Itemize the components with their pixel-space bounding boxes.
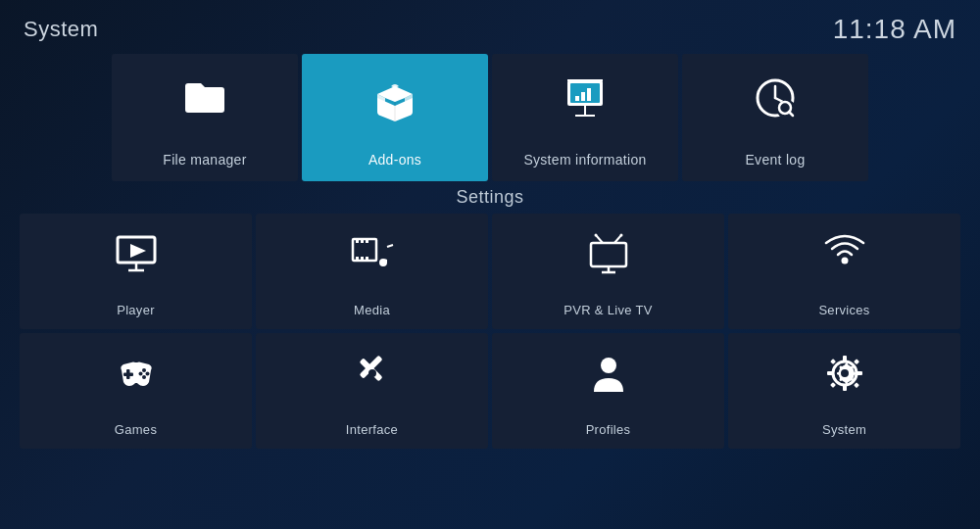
player-icon (114, 214, 159, 294)
settings-section: Settings Player (20, 187, 960, 449)
tile-interface[interactable]: Interface (256, 333, 488, 449)
tile-system[interactable]: System (728, 333, 960, 449)
svg-point-32 (594, 234, 597, 237)
svg-rect-3 (575, 96, 579, 101)
tile-player-label: Player (117, 303, 155, 317)
tile-file-manager[interactable]: File manager (112, 54, 298, 181)
system-icon (822, 333, 867, 413)
tile-interface-label: Interface (346, 422, 398, 437)
svg-point-34 (841, 258, 848, 264)
svg-point-40 (142, 375, 146, 379)
svg-line-11 (775, 98, 783, 102)
svg-rect-22 (366, 239, 368, 243)
tile-profiles[interactable]: Profiles (492, 333, 724, 449)
svg-rect-27 (591, 243, 626, 266)
tile-media[interactable]: Media (256, 214, 488, 329)
svg-point-39 (138, 372, 142, 376)
tile-file-manager-label: File manager (163, 152, 246, 168)
svg-rect-52 (854, 359, 859, 364)
svg-rect-5 (587, 88, 591, 101)
svg-point-37 (142, 368, 146, 372)
tile-services[interactable]: Services (728, 214, 960, 329)
tile-system-information-label: System information (523, 152, 646, 168)
svg-rect-36 (123, 373, 133, 377)
svg-rect-25 (366, 257, 368, 261)
clock: 11:18 AM (833, 14, 956, 45)
tile-player[interactable]: Player (20, 214, 252, 329)
main-content: File manager A (0, 54, 980, 529)
tile-services-label: Services (818, 303, 869, 317)
svg-point-46 (840, 368, 850, 378)
svg-rect-24 (361, 257, 364, 261)
services-icon (822, 214, 867, 294)
svg-rect-20 (356, 239, 359, 243)
interface-icon (350, 333, 395, 413)
svg-marker-16 (130, 244, 146, 258)
tile-add-ons-label: Add-ons (368, 152, 421, 168)
tile-media-label: Media (354, 303, 390, 317)
page-title: System (24, 17, 98, 42)
svg-rect-4 (581, 92, 585, 101)
media-icon (350, 214, 395, 294)
tile-system-information[interactable]: System information (492, 54, 678, 181)
pvr-icon (586, 214, 631, 294)
svg-rect-21 (361, 239, 364, 243)
top-bar: System 11:18 AM (0, 0, 980, 59)
addons-icon (369, 54, 420, 142)
svg-rect-47 (843, 356, 847, 361)
tile-add-ons[interactable]: Add-ons (302, 54, 488, 181)
svg-rect-49 (827, 371, 833, 375)
svg-rect-51 (830, 359, 836, 364)
svg-rect-53 (830, 382, 836, 388)
tile-system-label: System (822, 422, 866, 437)
svg-point-44 (601, 358, 616, 373)
svg-rect-23 (356, 257, 359, 261)
tile-games-label: Games (115, 422, 157, 437)
top-tiles-row: File manager A (20, 54, 960, 181)
svg-rect-50 (857, 371, 862, 375)
tile-games[interactable]: Games (20, 333, 252, 449)
tile-event-log[interactable]: Event log (682, 54, 868, 181)
sysinfo-icon (560, 54, 611, 142)
tile-pvr-live-tv-label: PVR & Live TV (564, 303, 652, 317)
tile-event-log-label: Event log (745, 152, 805, 168)
tile-pvr-live-tv[interactable]: PVR & Live TV (492, 214, 724, 329)
svg-point-33 (619, 234, 622, 237)
svg-line-26 (387, 245, 393, 247)
folder-icon (179, 54, 230, 142)
settings-grid: Player (20, 214, 960, 449)
settings-heading: Settings (20, 187, 960, 208)
svg-point-43 (368, 369, 376, 377)
eventlog-icon (750, 54, 801, 142)
svg-rect-48 (843, 385, 847, 391)
svg-rect-54 (854, 382, 859, 388)
games-icon (114, 333, 159, 413)
profiles-icon (586, 333, 631, 413)
tile-profiles-label: Profiles (586, 422, 631, 437)
svg-point-38 (145, 372, 149, 376)
